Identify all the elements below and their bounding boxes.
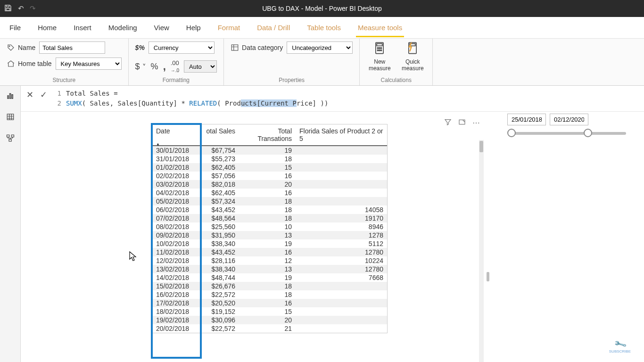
col-header-date[interactable]: Date (152, 124, 197, 145)
quick-measure-button[interactable]: Quick measure (399, 41, 426, 72)
table-row[interactable]: 06/02/2018$43,4521814058 (152, 206, 387, 214)
table-row[interactable]: 12/02/2018$28,1161210224 (152, 256, 387, 265)
ribbon-group-formatting: $% Currency $ ˅ % , .00→.0 Auto Formatti… (129, 39, 224, 85)
cell-date: 02/02/2018 (152, 172, 197, 180)
group-label-structure: Structure (7, 75, 122, 84)
slicer-from-date[interactable] (507, 114, 546, 125)
table-row[interactable]: 15/02/2018$26,67618 (152, 282, 387, 290)
cell-total-transactions: 16 (239, 299, 296, 307)
svg-rect-13 (8, 96, 8, 99)
dax-editor[interactable]: 1Total Sales = 2SUMX( Sales, Sales[Quant… (54, 89, 328, 108)
format-select[interactable]: Currency (149, 41, 215, 54)
menu-data-drill[interactable]: Data / Drill (255, 18, 292, 37)
percent-button[interactable]: % (151, 62, 158, 72)
cell-total-sales: $25,560 (197, 222, 239, 231)
table-row[interactable]: 09/02/2018$31,950131278 (152, 231, 387, 239)
save-icon[interactable] (4, 4, 12, 14)
cell-date: 09/02/2018 (152, 231, 197, 239)
report-view-icon[interactable] (6, 91, 15, 102)
cell-total-transactions: 18 (239, 197, 296, 206)
table-row[interactable]: 03/02/2018$82,01820 (152, 180, 387, 189)
cell-date: 10/02/2018 (152, 239, 197, 248)
table-visual[interactable]: Date otal Sales Total Transations Florid… (152, 124, 388, 333)
table-row[interactable]: 07/02/2018$48,5641819170 (152, 214, 387, 222)
menu-home[interactable]: Home (36, 18, 58, 37)
cell-date: 08/02/2018 (152, 222, 197, 231)
col-header-total-sales[interactable]: otal Sales (197, 124, 239, 145)
data-category-select[interactable]: Uncategorized (287, 41, 353, 54)
subscribe-watermark: 🔧 SUBSCRIBE (609, 339, 631, 354)
table-row[interactable]: 01/02/2018$62,40515 (152, 163, 387, 172)
data-view-icon[interactable] (6, 113, 15, 123)
cell-date: 31/01/2018 (152, 155, 197, 163)
table-row[interactable]: 17/02/2018$20,52016 (152, 299, 387, 307)
cell-total-sales: $28,116 (197, 256, 239, 265)
new-measure-button[interactable]: New measure (366, 41, 393, 72)
table-row[interactable]: 13/02/2018$38,3401312780 (152, 265, 387, 273)
cell-total-sales: $82,018 (197, 180, 239, 189)
cell-total-transactions: 19 (239, 273, 296, 282)
cancel-formula-icon[interactable]: ✕ (26, 90, 33, 100)
focus-mode-icon[interactable] (458, 118, 466, 128)
undo-icon[interactable]: ↶ (18, 4, 24, 13)
cell-florida-sales (296, 155, 387, 163)
currency-button[interactable]: $ ˅ (135, 62, 146, 72)
col-header-florida-sales[interactable]: Florida Sales of Product 2 or 5 (296, 124, 387, 145)
visual-scrollbar[interactable] (479, 140, 484, 362)
group-label-calculations: Calculations (366, 75, 426, 84)
cell-total-sales: $31,950 (197, 231, 239, 239)
slicer-handle-left[interactable] (507, 129, 516, 137)
table-row[interactable]: 19/02/2018$30,09620 (152, 316, 387, 324)
decimal-places-select[interactable]: Auto (184, 60, 217, 73)
formula-bar[interactable]: ✕ ✓ 1Total Sales = 2SUMX( Sales, Sales[Q… (21, 86, 644, 112)
redo-icon[interactable]: ↷ (30, 4, 36, 13)
table-row[interactable]: 18/02/2018$19,15215 (152, 307, 387, 316)
model-view-icon[interactable] (6, 134, 15, 145)
cell-date: 14/02/2018 (152, 273, 197, 282)
table-row[interactable]: 02/02/2018$57,05616 (152, 172, 387, 180)
slicer-handle-right[interactable] (584, 129, 592, 137)
cell-total-sales: $26,676 (197, 282, 239, 290)
comma-button[interactable]: , (163, 60, 166, 73)
commit-formula-icon[interactable]: ✓ (40, 90, 47, 100)
table-row[interactable]: 20/02/2018$22,57221 (152, 324, 387, 333)
data-category-label: Data category (231, 43, 283, 52)
cell-florida-sales (296, 146, 387, 155)
filter-icon[interactable] (444, 118, 452, 128)
slicer-to-date[interactable] (550, 114, 588, 125)
menu-help[interactable]: Help (184, 18, 203, 37)
home-table-select[interactable]: Key Measures (56, 58, 122, 70)
cell-florida-sales: 8946 (296, 222, 387, 231)
slicer-track[interactable] (511, 132, 626, 135)
table-row[interactable]: 05/02/2018$57,32418 (152, 197, 387, 206)
table-row[interactable]: 08/02/2018$25,560108946 (152, 222, 387, 231)
cursor-icon (129, 251, 138, 264)
cell-total-transactions: 13 (239, 265, 296, 273)
menu-format[interactable]: Format (216, 18, 242, 37)
table-row[interactable]: 10/02/2018$38,340195112 (152, 239, 387, 248)
table-row[interactable]: 30/01/2018$67,75419 (152, 146, 387, 155)
date-slicer[interactable] (507, 114, 630, 135)
cell-date: 07/02/2018 (152, 214, 197, 222)
report-canvas[interactable]: ⋯ Date otal Sales Total Transations Flor… (21, 112, 644, 362)
canvas-scrollbar[interactable] (487, 140, 490, 362)
menu-modeling[interactable]: Modeling (107, 18, 139, 37)
menu-file[interactable]: File (8, 18, 23, 37)
cell-florida-sales (296, 324, 387, 333)
decimal-button[interactable]: .00→.0 (171, 59, 179, 74)
more-options-icon[interactable]: ⋯ (472, 118, 480, 128)
menu-measure-tools[interactable]: Measure tools (356, 18, 404, 37)
cell-florida-sales (296, 290, 387, 299)
cell-total-sales: $67,754 (197, 146, 239, 155)
menu-view[interactable]: View (152, 18, 171, 37)
table-row[interactable]: 14/02/2018$48,744197668 (152, 273, 387, 282)
table-row[interactable]: 04/02/2018$62,40516 (152, 189, 387, 197)
table-row[interactable]: 11/02/2018$43,4521612780 (152, 248, 387, 256)
menu-table-tools[interactable]: Table tools (305, 18, 343, 37)
table-row[interactable]: 16/02/2018$22,57218 (152, 290, 387, 299)
col-header-total-transactions[interactable]: Total Transations (239, 124, 296, 145)
svg-point-10 (381, 50, 382, 51)
table-row[interactable]: 31/01/2018$55,27318 (152, 155, 387, 163)
measure-name-input[interactable] (39, 41, 105, 54)
menu-insert[interactable]: Insert (72, 18, 93, 37)
